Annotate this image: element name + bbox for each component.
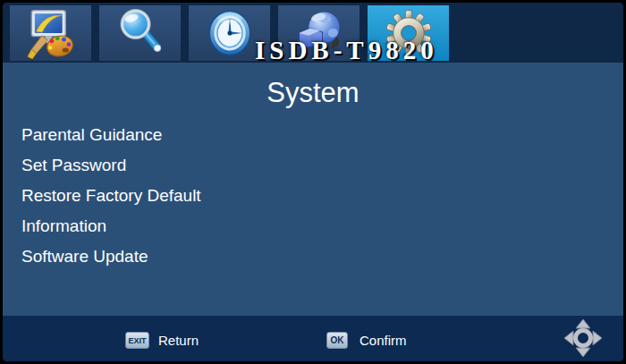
display-paint-icon bbox=[23, 7, 79, 59]
page-title: System bbox=[3, 77, 623, 109]
menu-item-parental-guidance[interactable]: Parental Guidance bbox=[21, 120, 201, 150]
menu-item-software-update[interactable]: Software Update bbox=[21, 241, 201, 272]
tv-settings-screen: ISDB-T9820 System Parental Guidance Set … bbox=[0, 0, 626, 364]
toolbar: ISDB-T9820 bbox=[3, 3, 623, 63]
search-icon bbox=[114, 7, 167, 59]
stage: ISDB-T9820 System Parental Guidance Set … bbox=[3, 3, 623, 361]
ok-action-label: Confirm bbox=[360, 332, 407, 349]
brand-label: ISDB-T9820 bbox=[255, 36, 438, 65]
exit-action-label: Return bbox=[158, 332, 199, 349]
tab-channel-search[interactable] bbox=[99, 5, 181, 61]
ok-key-badge: OK bbox=[326, 332, 348, 349]
exit-key-badge: EXIT bbox=[125, 332, 149, 349]
menu-list: Parental Guidance Set Password Restore F… bbox=[21, 120, 201, 272]
clock-icon bbox=[204, 7, 256, 59]
dpad-icon bbox=[561, 317, 605, 359]
menu-item-information[interactable]: Information bbox=[21, 211, 201, 241]
menu-item-restore-factory-default[interactable]: Restore Factory Default bbox=[21, 181, 201, 211]
footer-bar: EXIT Return OK Confirm bbox=[3, 316, 623, 361]
menu-item-set-password[interactable]: Set Password bbox=[21, 150, 201, 181]
tab-picture-settings[interactable] bbox=[10, 5, 91, 61]
